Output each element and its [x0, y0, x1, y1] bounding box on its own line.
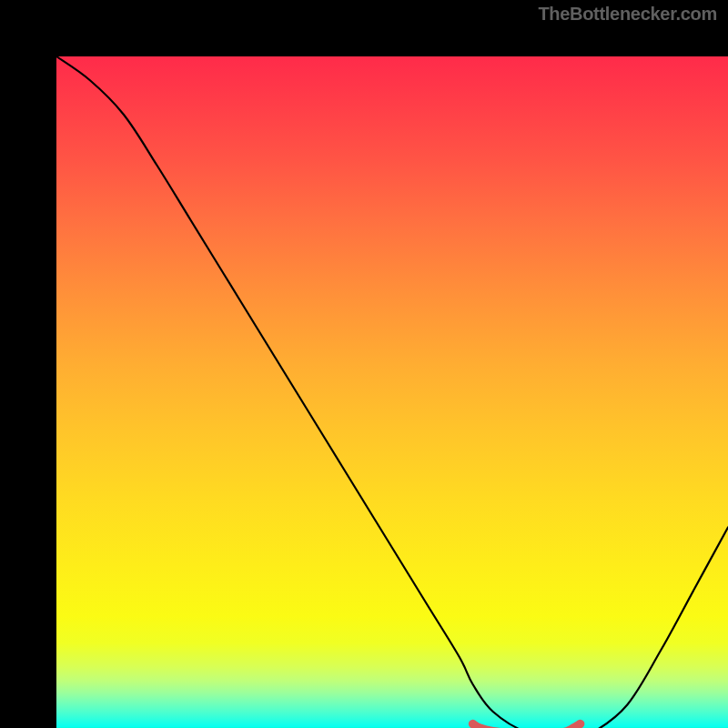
- attribution-text: TheBottlenecker.com: [538, 4, 717, 25]
- curve-svg: [56, 56, 728, 728]
- bottleneck-curve: [56, 56, 728, 728]
- plot-frame: [0, 0, 728, 728]
- plot-area: [56, 56, 728, 728]
- optimal-range-marker: [473, 724, 581, 729]
